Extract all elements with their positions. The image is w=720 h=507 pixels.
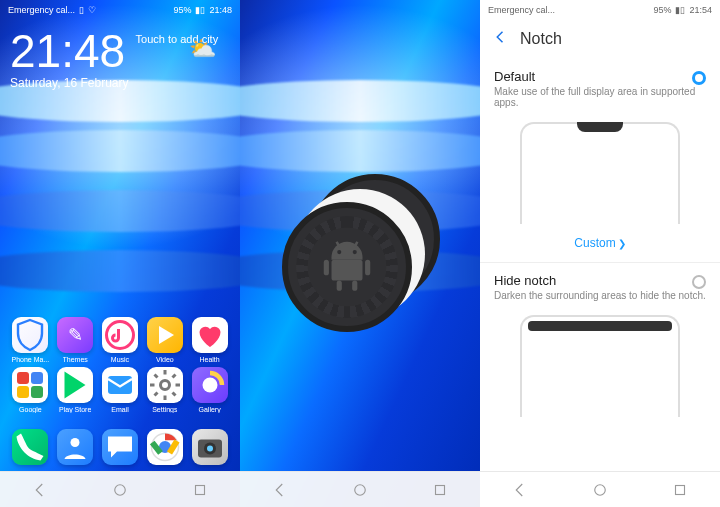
home-screen-panel: Emergency cal... ▯ ♡ 95% ▮▯ 21:48 21:48 … (0, 0, 240, 507)
battery-percent: 95% (653, 5, 671, 15)
app-label: Gallery (198, 406, 220, 413)
nav-recents-button[interactable] (671, 481, 689, 499)
nav-back-button[interactable] (31, 481, 49, 499)
preview-hide-notch (520, 315, 680, 417)
play-store-icon (57, 367, 93, 403)
android-version-panel (240, 0, 480, 507)
gear-icon (147, 367, 183, 403)
dock-dialer[interactable] (9, 429, 51, 465)
status-network-label: Emergency cal... (488, 5, 555, 15)
svg-rect-1 (108, 376, 132, 394)
message-icon (102, 429, 138, 465)
custom-link-label: Custom (574, 236, 615, 250)
app-google-folder[interactable]: Google (9, 367, 51, 413)
svg-point-3 (202, 378, 217, 393)
app-music[interactable]: Music (99, 317, 141, 363)
heart-icon (192, 317, 228, 353)
app-label: Email (111, 406, 129, 413)
svg-rect-11 (196, 485, 205, 494)
app-label: Health (199, 356, 219, 363)
folder-icon (12, 367, 48, 403)
dock-camera[interactable] (189, 429, 231, 465)
app-video[interactable]: Video (144, 317, 186, 363)
svg-point-9 (207, 446, 213, 452)
svg-rect-22 (676, 485, 685, 494)
svg-point-10 (115, 484, 126, 495)
status-bar: Emergency cal... ▯ ♡ 95% ▮▯ 21:48 (0, 0, 240, 20)
status-clock: 21:54 (689, 5, 712, 15)
app-label: Play Store (59, 406, 91, 413)
app-grid: Phone Ma... ✎ Themes Music Video Health (0, 311, 240, 417)
gallery-icon (192, 367, 228, 403)
dock-contacts[interactable] (54, 429, 96, 465)
app-settings[interactable]: Settings (144, 367, 186, 413)
dock (0, 425, 240, 469)
mail-icon (102, 367, 138, 403)
nav-back-button[interactable] (271, 481, 289, 499)
shield-icon (12, 317, 48, 353)
option-description: Make use of the full display area in sup… (494, 86, 706, 108)
app-health[interactable]: Health (189, 317, 231, 363)
app-label: Google (19, 406, 42, 413)
hidden-notch-bar (528, 321, 672, 331)
app-label: Settings (152, 406, 177, 413)
app-label: Phone Ma... (12, 356, 50, 363)
battery-percent: 95% (173, 5, 191, 15)
app-gallery[interactable]: Gallery (189, 367, 231, 413)
page-title: Notch (520, 30, 562, 48)
svg-point-2 (160, 381, 169, 390)
nav-home-button[interactable] (111, 481, 129, 499)
phone-icon (12, 429, 48, 465)
svg-point-13 (337, 250, 341, 254)
option-description: Darken the surrounding areas to hide the… (494, 290, 706, 301)
svg-rect-16 (365, 259, 370, 274)
app-label: Music (111, 356, 129, 363)
navigation-bar (0, 471, 240, 507)
back-button[interactable] (492, 28, 510, 49)
dock-chrome[interactable] (144, 429, 186, 465)
nav-back-button[interactable] (511, 481, 529, 499)
heart-icon: ♡ (88, 5, 96, 15)
navigation-bar (480, 471, 720, 507)
contacts-icon (57, 429, 93, 465)
app-themes[interactable]: ✎ Themes (54, 317, 96, 363)
app-label: Themes (63, 356, 88, 363)
svg-point-19 (355, 484, 366, 495)
svg-rect-17 (337, 280, 342, 290)
option-title: Default (494, 69, 706, 84)
nav-recents-button[interactable] (431, 481, 449, 499)
music-icon (102, 317, 138, 353)
app-email[interactable]: Email (99, 367, 141, 413)
nav-home-button[interactable] (591, 481, 609, 499)
preview-default (520, 122, 680, 224)
status-network-label: Emergency cal... (8, 5, 75, 15)
clock-time: 21:48 (10, 28, 125, 74)
custom-link[interactable]: Custom❯ (480, 228, 720, 263)
nav-home-button[interactable] (351, 481, 369, 499)
android-oreo-logo[interactable] (280, 174, 440, 334)
settings-header: Notch (480, 20, 720, 59)
weather-icon: ⛅ (189, 36, 216, 62)
play-icon (147, 317, 183, 353)
status-clock: 21:48 (209, 5, 232, 15)
battery-icon: ▮▯ (675, 5, 685, 15)
sim-icon: ▯ (79, 5, 84, 15)
clock-weather-widget[interactable]: 21:48 Touch to add city ⛅ Saturday, 16 F… (10, 28, 230, 90)
app-phone-manager[interactable]: Phone Ma... (9, 317, 51, 363)
navigation-bar (240, 471, 480, 507)
radio-selected-icon[interactable] (692, 71, 706, 85)
chrome-icon (147, 429, 183, 465)
app-label: Video (156, 356, 174, 363)
nav-recents-button[interactable] (191, 481, 209, 499)
radio-unselected-icon[interactable] (692, 275, 706, 289)
option-hide-notch[interactable]: Hide notch Darken the surrounding areas … (480, 263, 720, 307)
svg-rect-20 (436, 485, 445, 494)
chevron-right-icon: ❯ (618, 238, 626, 249)
dock-messaging[interactable] (99, 429, 141, 465)
svg-point-4 (71, 438, 80, 447)
clock-date: Saturday, 16 February (10, 76, 230, 90)
option-default[interactable]: Default Make use of the full display are… (480, 59, 720, 114)
status-bar: Emergency cal... 95% ▮▯ 21:54 (480, 0, 720, 20)
svg-rect-18 (352, 280, 357, 290)
app-play-store[interactable]: Play Store (54, 367, 96, 413)
